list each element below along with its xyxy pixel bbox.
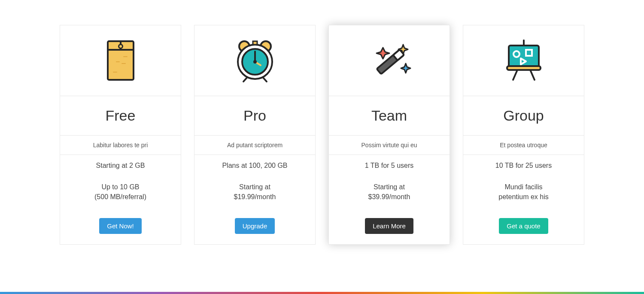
alarm-clock-icon [231, 37, 279, 84]
plan-spec-line: $39.99/month [333, 192, 445, 202]
svg-point-8 [253, 60, 257, 64]
plan-spec-line: Mundi facilis [468, 182, 580, 192]
plan-specs: 10 TB for 25 users Mundi facilis petenti… [463, 155, 584, 208]
plan-tagline: Et postea utroque [463, 136, 584, 155]
plan-title-section: Group [463, 96, 584, 136]
plan-spec-line: petentium ex his [468, 192, 580, 202]
plan-title: Group [468, 107, 580, 124]
plan-title-section: Pro [194, 96, 315, 136]
plan-card-free: Free Labitur labores te pri Starting at … [60, 25, 181, 245]
presentation-easel-icon [500, 37, 547, 84]
plan-title: Free [64, 107, 176, 124]
upgrade-button[interactable]: Upgrade [235, 218, 275, 234]
learn-more-button[interactable]: Learn More [365, 218, 413, 234]
plan-spec-line: 1 TB for 5 users [333, 161, 445, 170]
get-quote-button[interactable]: Get a quote [499, 218, 548, 234]
plan-spec-line: (500 MB/referral) [64, 192, 176, 202]
plan-spec-line: Up to 10 GB [64, 182, 176, 192]
plan-tagline: Labitur labores te pri [60, 136, 181, 155]
svg-rect-15 [509, 45, 539, 67]
plan-specs: Plans at 100, 200 GB Starting at $19.99/… [194, 155, 315, 208]
plan-icon-section [463, 25, 584, 96]
plan-tagline: Possim virtute qui eu [329, 136, 450, 155]
svg-line-10 [263, 78, 267, 82]
svg-line-20 [530, 70, 535, 80]
pricing-cards-container: Free Labitur labores te pri Starting at … [0, 0, 644, 245]
plan-cta-section: Get Now! [60, 208, 181, 244]
plan-title: Pro [199, 107, 311, 124]
footer-gradient-bar [0, 292, 644, 294]
plan-spec-line: Starting at [199, 182, 311, 192]
plan-icon-section [329, 25, 450, 96]
plan-title: Team [333, 107, 445, 124]
plan-title-section: Team [329, 96, 450, 136]
plan-card-group: Group Et postea utroque 10 TB for 25 use… [463, 25, 584, 245]
plan-spec-line: Plans at 100, 200 GB [199, 161, 311, 170]
plan-icon-section [194, 25, 315, 96]
envelope-icon [101, 37, 140, 84]
plan-cta-section: Get a quote [463, 208, 584, 244]
plan-specs: 1 TB for 5 users Starting at $39.99/mont… [329, 155, 450, 208]
svg-rect-18 [507, 66, 541, 70]
plan-spec-line: Starting at [333, 182, 445, 192]
plan-card-team: Team Possim virtute qui eu 1 TB for 5 us… [328, 25, 450, 245]
get-now-button[interactable]: Get Now! [99, 218, 142, 234]
magic-wand-icon [364, 37, 415, 84]
svg-point-1 [118, 45, 122, 48]
plan-title-section: Free [60, 96, 181, 136]
plan-tagline: Ad putant scriptorem [194, 136, 315, 155]
plan-spec-line: Starting at 2 GB [64, 161, 176, 170]
plan-cta-section: Learn More [329, 208, 450, 244]
plan-icon-section [60, 25, 181, 96]
plan-card-pro: Pro Ad putant scriptorem Plans at 100, 2… [194, 25, 316, 245]
svg-line-9 [243, 78, 247, 82]
plan-spec-line: 10 TB for 25 users [468, 161, 580, 170]
plan-spec-line: $19.99/month [199, 192, 311, 202]
svg-line-19 [513, 70, 517, 80]
plan-specs: Starting at 2 GB Up to 10 GB (500 MB/ref… [60, 155, 181, 208]
svg-rect-11 [253, 41, 257, 45]
plan-cta-section: Upgrade [194, 208, 315, 244]
